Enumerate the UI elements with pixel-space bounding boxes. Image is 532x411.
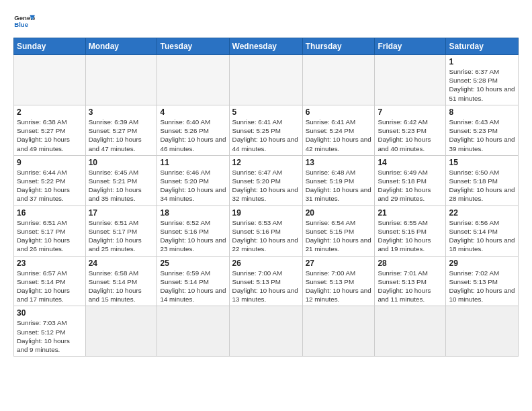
day-number: 18: [160, 208, 226, 218]
table-row: 3Sunrise: 6:39 AM Sunset: 5:27 PM Daylig…: [85, 105, 157, 155]
day-number: 6: [306, 107, 372, 117]
day-info: Sunrise: 6:57 AM Sunset: 5:14 PM Dayligh…: [17, 269, 83, 304]
day-number: 21: [378, 208, 443, 218]
day-number: 25: [160, 259, 226, 268]
day-info: Sunrise: 6:42 AM Sunset: 5:23 PM Dayligh…: [378, 118, 443, 153]
table-row: 22Sunrise: 6:56 AM Sunset: 5:14 PM Dayli…: [446, 205, 519, 256]
table-row: [229, 55, 302, 105]
week-row-2: 2Sunrise: 6:38 AM Sunset: 5:27 PM Daylig…: [14, 105, 519, 155]
day-info: Sunrise: 6:39 AM Sunset: 5:27 PM Dayligh…: [89, 118, 154, 153]
table-row: 5Sunrise: 6:41 AM Sunset: 5:25 PM Daylig…: [229, 105, 302, 155]
table-row: 25Sunrise: 6:59 AM Sunset: 5:14 PM Dayli…: [157, 256, 229, 306]
day-number: 19: [232, 208, 300, 218]
page: General Blue SundayMondayTuesdayWednesda…: [0, 0, 532, 363]
day-number: 2: [17, 107, 83, 117]
week-row-4: 16Sunrise: 6:51 AM Sunset: 5:17 PM Dayli…: [14, 205, 519, 256]
logo: General Blue: [13, 11, 35, 32]
day-info: Sunrise: 7:02 AM Sunset: 5:13 PM Dayligh…: [449, 269, 515, 304]
day-info: Sunrise: 6:58 AM Sunset: 5:14 PM Dayligh…: [89, 269, 154, 304]
day-info: Sunrise: 6:38 AM Sunset: 5:27 PM Dayligh…: [17, 118, 83, 153]
day-number: 5: [232, 107, 300, 117]
day-info: Sunrise: 6:49 AM Sunset: 5:18 PM Dayligh…: [378, 168, 443, 203]
day-number: 17: [89, 208, 154, 218]
week-row-1: 1Sunrise: 6:37 AM Sunset: 5:28 PM Daylig…: [14, 55, 519, 105]
table-row: 16Sunrise: 6:51 AM Sunset: 5:17 PM Dayli…: [14, 205, 86, 256]
table-row: [375, 55, 446, 105]
week-row-6: 30Sunrise: 7:03 AM Sunset: 5:12 PM Dayli…: [14, 306, 519, 357]
day-info: Sunrise: 6:40 AM Sunset: 5:26 PM Dayligh…: [160, 118, 226, 153]
day-info: Sunrise: 6:41 AM Sunset: 5:24 PM Dayligh…: [306, 118, 372, 153]
day-info: Sunrise: 6:56 AM Sunset: 5:14 PM Dayligh…: [449, 218, 515, 254]
calendar: SundayMondayTuesdayWednesdayThursdayFrid…: [13, 38, 519, 357]
day-info: Sunrise: 7:00 AM Sunset: 5:13 PM Dayligh…: [306, 269, 372, 304]
day-info: Sunrise: 6:54 AM Sunset: 5:15 PM Dayligh…: [306, 218, 372, 254]
day-info: Sunrise: 6:53 AM Sunset: 5:16 PM Dayligh…: [232, 218, 300, 254]
weekday-thursday: Thursday: [302, 38, 375, 55]
day-info: Sunrise: 6:51 AM Sunset: 5:17 PM Dayligh…: [89, 218, 154, 254]
week-row-3: 9Sunrise: 6:44 AM Sunset: 5:22 PM Daylig…: [14, 155, 519, 205]
svg-text:Blue: Blue: [14, 21, 28, 28]
day-number: 13: [306, 158, 372, 167]
day-number: 26: [232, 259, 300, 268]
table-row: 19Sunrise: 6:53 AM Sunset: 5:16 PM Dayli…: [229, 205, 302, 256]
table-row: 11Sunrise: 6:46 AM Sunset: 5:20 PM Dayli…: [157, 155, 229, 205]
table-row: 12Sunrise: 6:47 AM Sunset: 5:20 PM Dayli…: [229, 155, 302, 205]
day-info: Sunrise: 6:51 AM Sunset: 5:17 PM Dayligh…: [17, 218, 83, 254]
day-info: Sunrise: 6:59 AM Sunset: 5:14 PM Dayligh…: [160, 269, 226, 304]
table-row: 14Sunrise: 6:49 AM Sunset: 5:18 PM Dayli…: [375, 155, 446, 205]
day-info: Sunrise: 6:46 AM Sunset: 5:20 PM Dayligh…: [160, 168, 226, 203]
table-row: [157, 55, 229, 105]
weekday-header-row: SundayMondayTuesdayWednesdayThursdayFrid…: [14, 38, 519, 55]
table-row: 6Sunrise: 6:41 AM Sunset: 5:24 PM Daylig…: [302, 105, 375, 155]
table-row: 1Sunrise: 6:37 AM Sunset: 5:28 PM Daylig…: [446, 55, 519, 105]
table-row: 10Sunrise: 6:45 AM Sunset: 5:21 PM Dayli…: [85, 155, 157, 205]
day-number: 30: [17, 308, 83, 318]
table-row: 29Sunrise: 7:02 AM Sunset: 5:13 PM Dayli…: [446, 256, 519, 306]
table-row: [302, 306, 375, 357]
day-info: Sunrise: 6:41 AM Sunset: 5:25 PM Dayligh…: [232, 118, 300, 153]
table-row: 20Sunrise: 6:54 AM Sunset: 5:15 PM Dayli…: [302, 205, 375, 256]
table-row: [229, 306, 302, 357]
table-row: 15Sunrise: 6:50 AM Sunset: 5:18 PM Dayli…: [446, 155, 519, 205]
day-number: 12: [232, 158, 300, 167]
table-row: 21Sunrise: 6:55 AM Sunset: 5:15 PM Dayli…: [375, 205, 446, 256]
day-number: 28: [378, 259, 443, 268]
day-number: 23: [17, 259, 83, 268]
weekday-monday: Monday: [85, 38, 157, 55]
table-row: 17Sunrise: 6:51 AM Sunset: 5:17 PM Dayli…: [85, 205, 157, 256]
logo-icon: General Blue: [13, 11, 35, 32]
day-info: Sunrise: 7:00 AM Sunset: 5:13 PM Dayligh…: [232, 269, 300, 304]
day-info: Sunrise: 6:55 AM Sunset: 5:15 PM Dayligh…: [378, 218, 443, 254]
day-info: Sunrise: 7:03 AM Sunset: 5:12 PM Dayligh…: [17, 318, 83, 354]
day-number: 29: [449, 259, 515, 268]
table-row: [85, 55, 157, 105]
weekday-saturday: Saturday: [446, 38, 519, 55]
table-row: 18Sunrise: 6:52 AM Sunset: 5:16 PM Dayli…: [157, 205, 229, 256]
day-number: 20: [306, 208, 372, 218]
table-row: 7Sunrise: 6:42 AM Sunset: 5:23 PM Daylig…: [375, 105, 446, 155]
day-number: 4: [160, 107, 226, 117]
table-row: [375, 306, 446, 357]
table-row: [157, 306, 229, 357]
day-number: 7: [378, 107, 443, 117]
table-row: [14, 55, 86, 105]
table-row: 24Sunrise: 6:58 AM Sunset: 5:14 PM Dayli…: [85, 256, 157, 306]
day-info: Sunrise: 6:45 AM Sunset: 5:21 PM Dayligh…: [89, 168, 154, 203]
table-row: 30Sunrise: 7:03 AM Sunset: 5:12 PM Dayli…: [14, 306, 86, 357]
day-info: Sunrise: 6:47 AM Sunset: 5:20 PM Dayligh…: [232, 168, 300, 203]
table-row: 26Sunrise: 7:00 AM Sunset: 5:13 PM Dayli…: [229, 256, 302, 306]
table-row: [446, 306, 519, 357]
day-info: Sunrise: 7:01 AM Sunset: 5:13 PM Dayligh…: [378, 269, 443, 304]
table-row: 23Sunrise: 6:57 AM Sunset: 5:14 PM Dayli…: [14, 256, 86, 306]
day-number: 24: [89, 259, 154, 268]
day-info: Sunrise: 6:37 AM Sunset: 5:28 PM Dayligh…: [449, 67, 515, 103]
table-row: 13Sunrise: 6:48 AM Sunset: 5:19 PM Dayli…: [302, 155, 375, 205]
day-number: 3: [89, 107, 154, 117]
table-row: 28Sunrise: 7:01 AM Sunset: 5:13 PM Dayli…: [375, 256, 446, 306]
day-number: 16: [17, 208, 83, 218]
day-number: 14: [378, 158, 443, 167]
table-row: 9Sunrise: 6:44 AM Sunset: 5:22 PM Daylig…: [14, 155, 86, 205]
weekday-wednesday: Wednesday: [229, 38, 302, 55]
day-info: Sunrise: 6:48 AM Sunset: 5:19 PM Dayligh…: [306, 168, 372, 203]
table-row: 2Sunrise: 6:38 AM Sunset: 5:27 PM Daylig…: [14, 105, 86, 155]
